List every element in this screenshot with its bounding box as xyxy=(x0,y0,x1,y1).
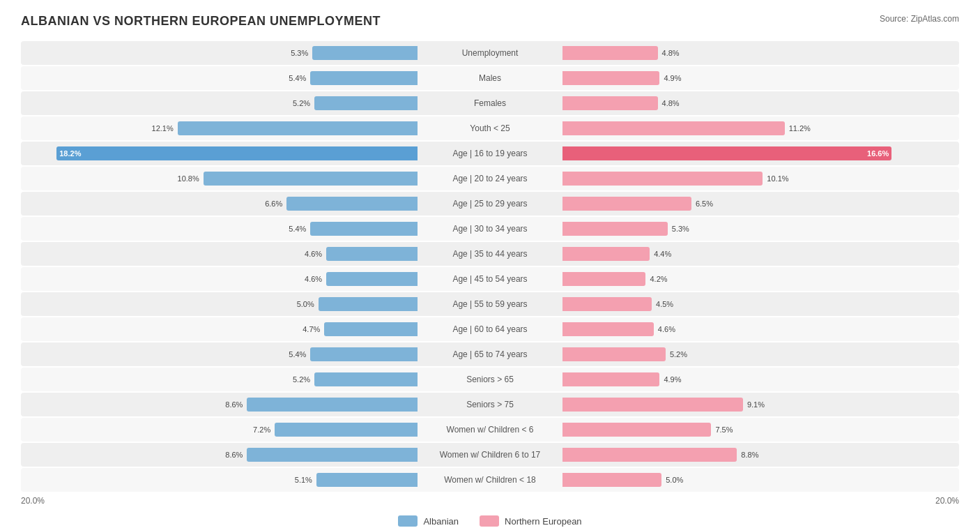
chart-body: 5.3%Unemployment4.8%5.4%Males4.9%5.2%Fem… xyxy=(21,41,959,492)
left-bar-area: 5.2% xyxy=(21,91,420,115)
left-bar-area: 5.1% xyxy=(21,468,420,492)
left-bar-area: 18.2% xyxy=(21,142,420,165)
table-row: 12.1%Youth < 2511.2% xyxy=(21,116,959,140)
right-bar-area: 4.8% xyxy=(560,91,959,115)
northern-european-value: 6.5% xyxy=(696,199,713,208)
right-bar-area: 4.4% xyxy=(560,242,959,266)
albanian-bar xyxy=(324,322,418,336)
left-bar-area: 5.4% xyxy=(21,217,420,241)
right-bar-area: 9.1% xyxy=(560,393,959,416)
left-bar-area: 10.8% xyxy=(21,167,420,190)
albanian-value: 5.4% xyxy=(289,225,306,233)
albanian-bar xyxy=(310,347,418,361)
row-label: Age | 55 to 59 years xyxy=(420,299,560,309)
northern-european-value: 9.1% xyxy=(747,400,765,409)
right-bar-area: 4.6% xyxy=(560,317,959,341)
northern-european-value: 16.6% xyxy=(864,149,891,158)
table-row: 5.4%Age | 65 to 74 years5.2% xyxy=(21,342,959,366)
northern-european-bar: 16.6% xyxy=(562,146,891,160)
table-row: 4.7%Age | 60 to 64 years4.6% xyxy=(21,317,959,341)
table-row: 5.0%Age | 55 to 59 years4.5% xyxy=(21,292,959,316)
table-row: 10.8%Age | 20 to 24 years10.1% xyxy=(21,167,959,190)
albanian-value: 8.6% xyxy=(225,451,243,459)
northern-european-value: 10.1% xyxy=(767,174,788,183)
right-bar-area: 10.1% xyxy=(560,167,959,190)
northern-european-bar xyxy=(562,247,650,261)
left-bar-area: 4.7% xyxy=(21,317,420,341)
chart-legend: Albanian Northern European xyxy=(21,515,959,527)
right-bar-area: 4.9% xyxy=(560,368,959,391)
albanian-bar: 18.2% xyxy=(56,146,418,160)
table-row: 5.4%Age | 30 to 34 years5.3% xyxy=(21,217,959,241)
right-bar-area: 4.5% xyxy=(560,292,959,316)
northern-european-bar xyxy=(562,322,654,336)
northern-european-bar xyxy=(562,222,668,236)
chart-header: ALBANIAN VS NORTHERN EUROPEAN UNEMPLOYME… xyxy=(21,14,959,29)
albanian-bar xyxy=(247,398,418,412)
albanian-bar xyxy=(310,222,418,236)
left-bar-area: 4.6% xyxy=(21,267,420,291)
chart-title: ALBANIAN VS NORTHERN EUROPEAN UNEMPLOYME… xyxy=(21,14,381,29)
northern-european-value: 5.2% xyxy=(670,350,687,359)
row-label: Seniors > 75 xyxy=(420,400,560,409)
northern-european-value: 4.9% xyxy=(664,74,681,82)
northern-european-bar xyxy=(562,197,691,211)
right-bar-area: 4.8% xyxy=(560,41,959,65)
left-bar-area: 4.6% xyxy=(21,242,420,266)
legend-northern-european-label: Northern European xyxy=(505,516,582,527)
chart-container: ALBANIAN VS NORTHERN EUROPEAN UNEMPLOYME… xyxy=(0,0,980,528)
legend-albanian-color xyxy=(398,515,418,527)
table-row: 4.6%Age | 45 to 54 years4.2% xyxy=(21,267,959,291)
albanian-bar xyxy=(204,172,418,186)
legend-northern-european-color xyxy=(480,515,499,527)
left-bar-area: 5.4% xyxy=(21,342,420,366)
table-row: 6.6%Age | 25 to 29 years6.5% xyxy=(21,192,959,216)
albanian-value: 5.1% xyxy=(295,476,312,484)
northern-european-bar xyxy=(562,372,659,386)
northern-european-value: 11.2% xyxy=(789,124,811,133)
row-label: Women w/ Children < 18 xyxy=(420,475,560,485)
table-row: 5.4%Males4.9% xyxy=(21,66,959,90)
row-label: Age | 20 to 24 years xyxy=(420,174,560,183)
left-bar-area: 8.6% xyxy=(21,443,420,467)
row-label: Women w/ Children < 6 xyxy=(420,425,560,435)
table-row: 8.6%Seniors > 759.1% xyxy=(21,393,959,416)
left-bar-area: 5.3% xyxy=(21,41,420,65)
right-bar-area: 5.0% xyxy=(560,468,959,492)
albanian-bar xyxy=(178,121,418,135)
northern-european-value: 4.9% xyxy=(664,375,681,384)
albanian-bar xyxy=(314,372,418,386)
albanian-bar xyxy=(319,297,418,311)
albanian-value: 8.6% xyxy=(225,400,243,409)
right-bar-area: 16.6% xyxy=(560,142,959,165)
row-label: Age | 16 to 19 years xyxy=(420,149,560,158)
row-label: Age | 35 to 44 years xyxy=(420,249,560,259)
albanian-value: 10.8% xyxy=(178,174,199,183)
left-bar-area: 5.4% xyxy=(21,66,420,90)
northern-european-bar xyxy=(562,473,661,487)
albanian-bar xyxy=(310,71,418,85)
northern-european-bar xyxy=(562,71,659,85)
northern-european-value: 7.5% xyxy=(715,425,733,434)
northern-european-bar xyxy=(562,121,785,135)
left-bar-area: 7.2% xyxy=(21,418,420,442)
right-bar-area: 6.5% xyxy=(560,192,959,216)
row-label: Youth < 25 xyxy=(420,123,560,133)
legend-northern-european: Northern European xyxy=(480,515,582,527)
northern-european-value: 4.8% xyxy=(662,99,680,107)
albanian-value: 7.2% xyxy=(253,425,270,434)
northern-european-value: 5.3% xyxy=(672,225,689,233)
albanian-value: 5.4% xyxy=(289,74,306,82)
legend-albanian-label: Albanian xyxy=(423,516,459,527)
northern-european-bar xyxy=(562,172,763,186)
left-bar-area: 6.6% xyxy=(21,192,420,216)
albanian-bar xyxy=(286,197,418,211)
row-label: Unemployment xyxy=(420,48,560,58)
row-label: Males xyxy=(420,73,560,83)
row-label: Age | 45 to 54 years xyxy=(420,274,560,284)
row-label: Age | 25 to 29 years xyxy=(420,199,560,209)
table-row: 5.2%Seniors > 654.9% xyxy=(21,368,959,391)
table-row: 5.1%Women w/ Children < 185.0% xyxy=(21,468,959,492)
table-row: 8.6%Women w/ Children 6 to 178.8% xyxy=(21,443,959,467)
northern-european-bar xyxy=(562,448,737,462)
